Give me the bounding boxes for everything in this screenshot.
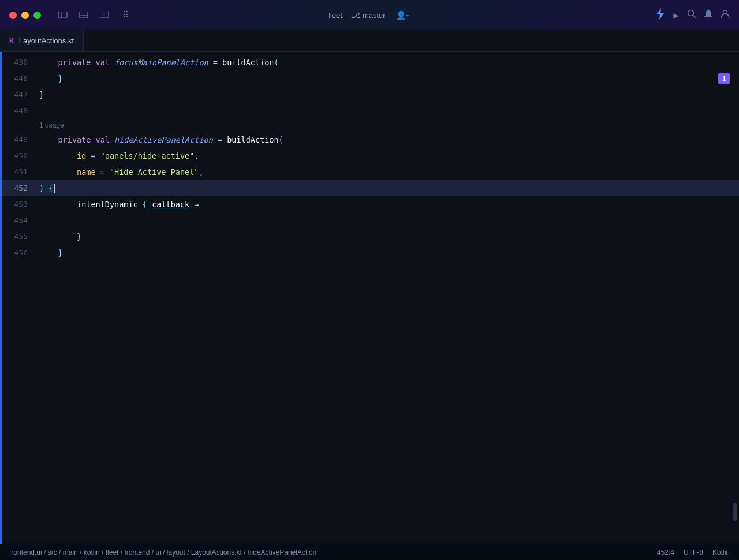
svg-rect-2: [79, 12, 88, 18]
line-code: intentDynamic { callback →: [39, 196, 199, 212]
line-number: 430: [0, 54, 39, 70]
code-line-446: 446 } 1: [0, 70, 739, 87]
close-button[interactable]: [9, 12, 17, 19]
notification-icon[interactable]: [704, 9, 712, 21]
code-line-450: 450 id = "panels/hide-active",: [0, 148, 739, 164]
line-code: [39, 103, 44, 119]
line-code: name = "Hide Active Panel",: [39, 164, 204, 180]
breadcrumb-text: frontend.ui / src / main / kotlin / flee…: [9, 548, 316, 557]
grid-icon[interactable]: ⠿: [117, 7, 133, 23]
traffic-lights: [9, 12, 41, 19]
code-line-456: 456 }: [0, 245, 739, 261]
titlebar-right-actions: ▶: [656, 8, 730, 22]
status-right: 452:4 UTF-8 Kotlin: [657, 548, 730, 557]
code-line-430: 430 private val focusMainPanelAction = b…: [0, 54, 739, 70]
scrollbar-indicator[interactable]: [733, 503, 737, 521]
account-icon[interactable]: [721, 9, 730, 21]
cursor-position: 452:4: [657, 548, 674, 557]
line-code: id = "panels/hide-active",: [39, 148, 199, 164]
line-number: 447: [0, 87, 39, 103]
run-icon[interactable]: ▶: [673, 10, 679, 21]
svg-marker-6: [656, 8, 664, 20]
editor: 430 private val focusMainPanelAction = b…: [0, 52, 739, 544]
code-line-454: 454: [0, 212, 739, 229]
maximize-button[interactable]: [33, 12, 41, 19]
branch-info[interactable]: ⎇ master: [352, 11, 386, 20]
line-number: 451: [0, 164, 39, 180]
line-number: 453: [0, 196, 39, 212]
line-number: 448: [0, 103, 39, 119]
line-number: 455: [0, 229, 39, 245]
kotlin-file-icon: K: [9, 37, 14, 45]
minimize-button[interactable]: [21, 12, 29, 19]
line-code: }: [39, 70, 63, 87]
split-view-icon[interactable]: [96, 7, 113, 23]
line-code: private val hideActivePanelAction = buil…: [39, 132, 283, 148]
encoding: UTF-8: [684, 548, 703, 557]
add-profile-button[interactable]: 👤+: [395, 7, 411, 23]
line-code: }: [39, 229, 81, 245]
code-line-447: 447 }: [0, 87, 739, 103]
usage-hint-row: 1 usage: [0, 119, 739, 132]
tab-filename: LayoutActions.kt: [19, 36, 74, 45]
usage-badge: 1: [718, 73, 730, 84]
app-name: fleet: [328, 11, 342, 20]
sidebar-bottom-icon[interactable]: [76, 7, 92, 23]
svg-rect-0: [58, 12, 67, 18]
code-line-449: 449 private val hideActivePanelAction = …: [0, 132, 739, 148]
line-number: 454: [0, 212, 39, 229]
line-number: 452: [0, 180, 39, 196]
line-code: private val focusMainPanelAction = build…: [39, 54, 279, 70]
svg-point-9: [708, 18, 709, 19]
code-line-452: 452 ) {: [0, 180, 739, 196]
titlebar: ⠿ fleet ⎇ master 👤+ ▶: [0, 0, 739, 30]
search-icon[interactable]: [687, 9, 696, 21]
statusbar: frontend.ui / src / main / kotlin / flee…: [0, 544, 739, 560]
code-lines: 430 private val focusMainPanelAction = b…: [0, 52, 739, 544]
status-breadcrumb: frontend.ui / src / main / kotlin / flee…: [9, 548, 657, 557]
file-tab-layoutactions[interactable]: K LayoutActions.kt: [0, 30, 84, 51]
titlebar-center: fleet ⎇ master 👤+: [328, 7, 410, 23]
code-line-455: 455 }: [0, 229, 739, 245]
line-code: }: [39, 87, 44, 103]
line-number: 456: [0, 245, 39, 261]
usage-hint: 1 usage: [39, 121, 64, 129]
code-line-448: 448: [0, 103, 739, 119]
code-line-453: 453 intentDynamic { callback →: [0, 196, 739, 212]
branch-name: master: [363, 11, 386, 20]
svg-line-8: [693, 16, 696, 18]
line-number: 450: [0, 148, 39, 164]
window-control-icons: ⠿: [55, 7, 133, 23]
line-code: }: [39, 245, 63, 261]
tabbar: K LayoutActions.kt: [0, 30, 739, 52]
language: Kotlin: [712, 548, 730, 557]
lightning-icon[interactable]: [656, 8, 665, 22]
line-number: 446: [0, 70, 39, 87]
line-code: [39, 212, 44, 229]
line-code: ) {: [39, 180, 55, 196]
line-number: 449: [0, 132, 39, 148]
sidebar-left-icon[interactable]: [55, 7, 71, 23]
branch-icon: ⎇: [352, 11, 360, 20]
code-line-451: 451 name = "Hide Active Panel",: [0, 164, 739, 180]
